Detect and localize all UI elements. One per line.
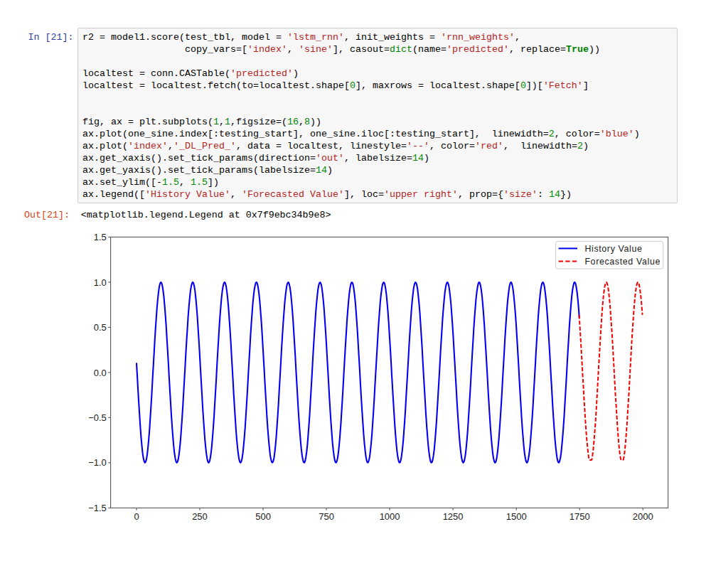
svg-text:1.5: 1.5 [94,232,107,242]
svg-text:2000: 2000 [633,511,653,522]
svg-text:1000: 1000 [380,511,400,522]
svg-text:−1.5: −1.5 [88,503,107,513]
svg-text:1500: 1500 [506,511,527,522]
svg-text:500: 500 [255,511,271,522]
svg-text:1.0: 1.0 [94,277,107,288]
svg-text:0: 0 [134,511,139,522]
svg-text:250: 250 [192,511,208,522]
svg-text:History Value: History Value [584,244,642,254]
svg-text:0.0: 0.0 [94,368,107,378]
svg-text:1250: 1250 [443,511,464,522]
svg-text:−1.0: −1.0 [88,457,107,468]
svg-text:−0.5: −0.5 [88,412,107,423]
svg-text:750: 750 [319,511,334,522]
svg-text:1750: 1750 [570,511,590,522]
svg-text:0.5: 0.5 [94,322,107,333]
svg-text:Forecasted Value: Forecasted Value [584,257,661,267]
